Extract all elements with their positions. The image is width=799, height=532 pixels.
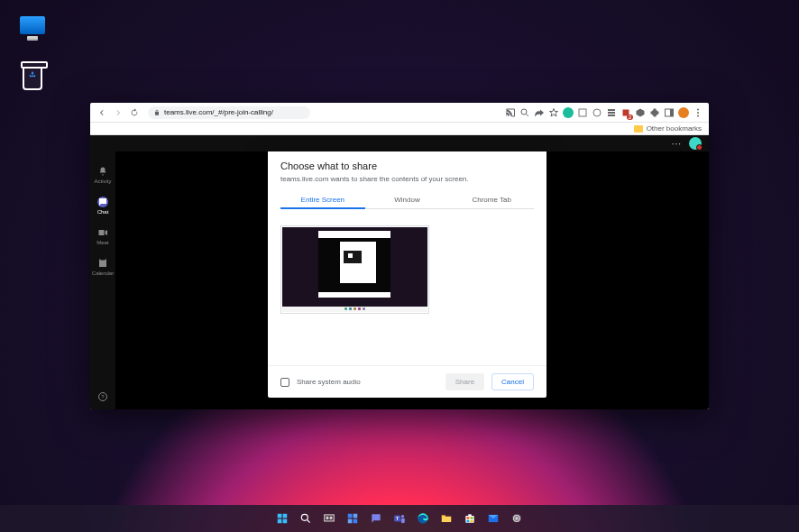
back-button[interactable] xyxy=(96,106,108,119)
svg-rect-29 xyxy=(471,517,473,518)
cast-icon[interactable] xyxy=(505,107,516,118)
chrome-window: teams.live.com/_#/pre-join-calling/ 2 Ot… xyxy=(90,103,709,409)
address-bar[interactable]: teams.live.com/_#/pre-join-calling/ xyxy=(148,106,310,119)
rail-label: Activity xyxy=(94,179,111,184)
widgets-button[interactable] xyxy=(344,509,362,527)
svg-rect-16 xyxy=(325,515,335,521)
teams-app: ··· Activity Chat Meet Calenda xyxy=(90,135,709,409)
bell-icon xyxy=(97,166,108,177)
rail-label: Chat xyxy=(97,209,109,215)
teams-title-bar: ··· xyxy=(90,135,709,151)
reload-button[interactable] xyxy=(128,106,141,119)
screen-thumbnail[interactable] xyxy=(280,225,429,314)
desktop-icon-this-pc[interactable] xyxy=(14,16,51,34)
chat-button[interactable] xyxy=(367,509,385,527)
rail-item-activity[interactable]: Activity xyxy=(92,166,114,184)
bookmarks-bar: Other bookmarks xyxy=(90,123,709,135)
app-rail: Activity Chat Meet Calendar xyxy=(90,151,115,409)
store-button[interactable] xyxy=(461,509,479,527)
svg-point-7 xyxy=(697,112,699,114)
svg-point-15 xyxy=(301,514,308,520)
svg-point-8 xyxy=(697,115,699,116)
svg-rect-12 xyxy=(283,514,288,518)
recycle-bin-icon xyxy=(23,67,42,90)
svg-point-6 xyxy=(697,108,699,110)
extension-icon[interactable] xyxy=(592,107,602,118)
svg-text:?: ? xyxy=(101,394,105,399)
dialog-footer: Share system audio Share Cancel xyxy=(268,365,546,398)
svg-rect-5 xyxy=(670,109,674,116)
rail-item-calendar[interactable]: Calendar xyxy=(92,258,114,276)
favorite-icon[interactable] xyxy=(548,107,559,118)
start-button[interactable] xyxy=(273,509,291,527)
svg-rect-17 xyxy=(326,517,329,520)
video-icon xyxy=(97,227,108,238)
file-explorer-button[interactable] xyxy=(437,509,455,527)
share-icon[interactable] xyxy=(534,107,545,118)
folder-icon xyxy=(634,125,643,133)
lock-icon xyxy=(153,109,161,116)
calendar-icon xyxy=(97,258,108,269)
search-button[interactable] xyxy=(297,509,315,527)
share-tabs: Entire Screen Window Chrome Tab xyxy=(280,192,534,209)
chrome-menu-icon[interactable] xyxy=(693,107,703,118)
rail-item-chat[interactable]: Chat xyxy=(92,197,114,215)
svg-rect-22 xyxy=(354,519,358,524)
url-text: teams.live.com/_#/pre-join-calling/ xyxy=(164,108,273,116)
svg-rect-28 xyxy=(467,517,470,518)
share-audio-label: Share system audio xyxy=(297,378,438,386)
extension-icon[interactable] xyxy=(635,107,646,118)
extensions-menu-icon[interactable] xyxy=(649,107,660,118)
mail-button[interactable] xyxy=(484,509,502,527)
forward-button[interactable] xyxy=(112,106,124,119)
extension-icon[interactable] xyxy=(606,107,617,118)
svg-rect-11 xyxy=(278,514,282,518)
extension-icon[interactable]: 2 xyxy=(620,107,631,118)
share-button[interactable]: Share xyxy=(445,373,484,390)
settings-button[interactable] xyxy=(508,509,526,527)
desktop-wallpaper: teams.live.com/_#/pre-join-calling/ 2 Ot… xyxy=(0,0,799,532)
svg-rect-18 xyxy=(330,517,333,520)
edge-button[interactable] xyxy=(414,509,432,527)
svg-rect-21 xyxy=(348,519,353,524)
svg-rect-30 xyxy=(467,520,470,522)
tab-entire-screen[interactable]: Entire Screen xyxy=(280,192,365,209)
other-bookmarks-link[interactable]: Other bookmarks xyxy=(647,124,702,133)
chat-icon xyxy=(97,197,108,207)
svg-point-2 xyxy=(593,109,601,116)
cancel-button[interactable]: Cancel xyxy=(491,373,534,390)
more-options-icon[interactable]: ··· xyxy=(672,139,682,149)
svg-rect-20 xyxy=(354,514,358,518)
extension-icon[interactable] xyxy=(563,107,574,118)
svg-rect-19 xyxy=(348,514,353,518)
profile-avatar-icon[interactable] xyxy=(678,107,689,118)
svg-rect-14 xyxy=(283,519,288,524)
rail-item-meet[interactable]: Meet xyxy=(92,227,114,245)
side-panel-icon[interactable] xyxy=(664,107,675,118)
dialog-subtitle: teams.live.com wants to share the conten… xyxy=(280,175,534,183)
taskbar: T xyxy=(0,505,799,532)
monitor-icon xyxy=(20,16,45,34)
svg-rect-1 xyxy=(579,109,586,116)
tab-window[interactable]: Window xyxy=(365,192,450,209)
teams-button[interactable]: T xyxy=(390,509,409,527)
user-avatar[interactable] xyxy=(689,137,702,150)
rail-label: Meet xyxy=(96,240,108,245)
help-icon[interactable]: ? xyxy=(90,391,115,404)
task-view-button[interactable] xyxy=(320,509,338,527)
zoom-icon[interactable] xyxy=(519,107,530,118)
tab-chrome-tab[interactable]: Chrome Tab xyxy=(449,192,534,209)
desktop-icon-recycle-bin[interactable] xyxy=(14,67,51,90)
dialog-title: Choose what to share xyxy=(280,161,534,171)
svg-point-0 xyxy=(521,109,527,115)
svg-point-25 xyxy=(401,515,405,518)
browser-toolbar: teams.live.com/_#/pre-join-calling/ 2 xyxy=(90,103,709,123)
share-audio-checkbox[interactable] xyxy=(280,378,289,387)
screen-share-dialog: Choose what to share teams.live.com want… xyxy=(268,151,546,398)
svg-rect-31 xyxy=(471,520,473,522)
extension-icon[interactable] xyxy=(577,107,588,118)
svg-rect-13 xyxy=(278,519,282,524)
rail-label: Calendar xyxy=(92,271,114,276)
